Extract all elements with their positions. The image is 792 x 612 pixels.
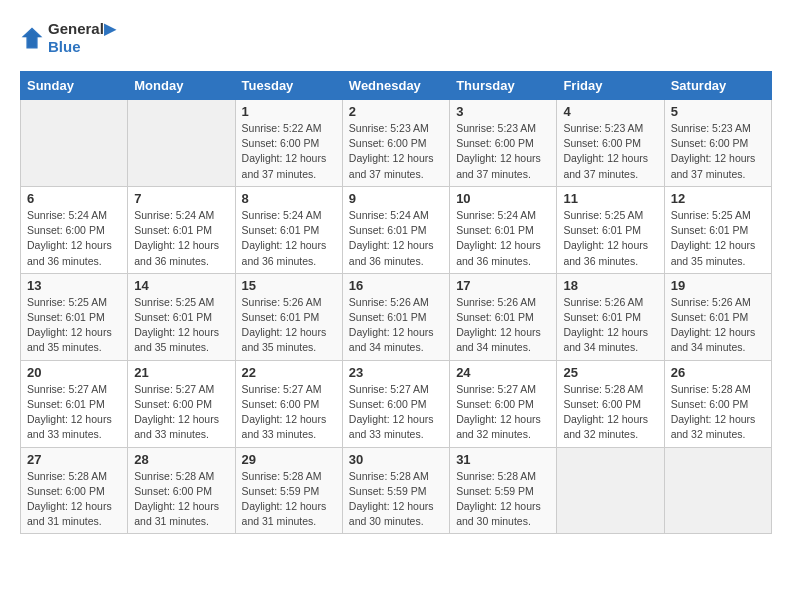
calendar-cell: 1Sunrise: 5:22 AM Sunset: 6:00 PM Daylig…: [235, 100, 342, 187]
calendar-cell: 13Sunrise: 5:25 AM Sunset: 6:01 PM Dayli…: [21, 273, 128, 360]
day-number: 4: [563, 104, 657, 119]
header-day-wednesday: Wednesday: [342, 72, 449, 100]
day-info: Sunrise: 5:24 AM Sunset: 6:01 PM Dayligh…: [242, 208, 336, 269]
day-number: 14: [134, 278, 228, 293]
day-info: Sunrise: 5:25 AM Sunset: 6:01 PM Dayligh…: [134, 295, 228, 356]
calendar-cell: 7Sunrise: 5:24 AM Sunset: 6:01 PM Daylig…: [128, 186, 235, 273]
day-info: Sunrise: 5:28 AM Sunset: 5:59 PM Dayligh…: [349, 469, 443, 530]
calendar-cell: 24Sunrise: 5:27 AM Sunset: 6:00 PM Dayli…: [450, 360, 557, 447]
day-number: 16: [349, 278, 443, 293]
calendar-cell: 5Sunrise: 5:23 AM Sunset: 6:00 PM Daylig…: [664, 100, 771, 187]
day-number: 17: [456, 278, 550, 293]
calendar-cell: 21Sunrise: 5:27 AM Sunset: 6:00 PM Dayli…: [128, 360, 235, 447]
day-info: Sunrise: 5:28 AM Sunset: 6:00 PM Dayligh…: [27, 469, 121, 530]
calendar-cell: 29Sunrise: 5:28 AM Sunset: 5:59 PM Dayli…: [235, 447, 342, 534]
day-info: Sunrise: 5:26 AM Sunset: 6:01 PM Dayligh…: [563, 295, 657, 356]
calendar-cell: 11Sunrise: 5:25 AM Sunset: 6:01 PM Dayli…: [557, 186, 664, 273]
calendar-cell: 31Sunrise: 5:28 AM Sunset: 5:59 PM Dayli…: [450, 447, 557, 534]
calendar-cell: 28Sunrise: 5:28 AM Sunset: 6:00 PM Dayli…: [128, 447, 235, 534]
day-number: 7: [134, 191, 228, 206]
day-number: 24: [456, 365, 550, 380]
day-info: Sunrise: 5:22 AM Sunset: 6:00 PM Dayligh…: [242, 121, 336, 182]
day-info: Sunrise: 5:26 AM Sunset: 6:01 PM Dayligh…: [456, 295, 550, 356]
header-day-sunday: Sunday: [21, 72, 128, 100]
day-number: 9: [349, 191, 443, 206]
day-number: 15: [242, 278, 336, 293]
day-number: 6: [27, 191, 121, 206]
logo: General▶ Blue: [20, 20, 116, 55]
day-info: Sunrise: 5:26 AM Sunset: 6:01 PM Dayligh…: [349, 295, 443, 356]
logo-icon: [20, 26, 44, 50]
week-row-1: 1Sunrise: 5:22 AM Sunset: 6:00 PM Daylig…: [21, 100, 772, 187]
calendar-cell: 27Sunrise: 5:28 AM Sunset: 6:00 PM Dayli…: [21, 447, 128, 534]
calendar-cell: 16Sunrise: 5:26 AM Sunset: 6:01 PM Dayli…: [342, 273, 449, 360]
day-number: 13: [27, 278, 121, 293]
header-day-thursday: Thursday: [450, 72, 557, 100]
calendar-cell: 3Sunrise: 5:23 AM Sunset: 6:00 PM Daylig…: [450, 100, 557, 187]
calendar-cell: 18Sunrise: 5:26 AM Sunset: 6:01 PM Dayli…: [557, 273, 664, 360]
logo-text: General▶ Blue: [48, 20, 116, 55]
calendar-cell: 6Sunrise: 5:24 AM Sunset: 6:00 PM Daylig…: [21, 186, 128, 273]
day-info: Sunrise: 5:27 AM Sunset: 6:00 PM Dayligh…: [242, 382, 336, 443]
day-info: Sunrise: 5:27 AM Sunset: 6:00 PM Dayligh…: [134, 382, 228, 443]
day-number: 22: [242, 365, 336, 380]
day-number: 29: [242, 452, 336, 467]
calendar-cell: 14Sunrise: 5:25 AM Sunset: 6:01 PM Dayli…: [128, 273, 235, 360]
day-number: 1: [242, 104, 336, 119]
day-info: Sunrise: 5:28 AM Sunset: 6:00 PM Dayligh…: [563, 382, 657, 443]
calendar-cell: 20Sunrise: 5:27 AM Sunset: 6:01 PM Dayli…: [21, 360, 128, 447]
day-number: 12: [671, 191, 765, 206]
day-number: 25: [563, 365, 657, 380]
calendar-cell: 17Sunrise: 5:26 AM Sunset: 6:01 PM Dayli…: [450, 273, 557, 360]
day-info: Sunrise: 5:23 AM Sunset: 6:00 PM Dayligh…: [563, 121, 657, 182]
header-day-monday: Monday: [128, 72, 235, 100]
calendar-table: SundayMondayTuesdayWednesdayThursdayFrid…: [20, 71, 772, 534]
day-info: Sunrise: 5:28 AM Sunset: 5:59 PM Dayligh…: [456, 469, 550, 530]
day-number: 2: [349, 104, 443, 119]
calendar-cell: 22Sunrise: 5:27 AM Sunset: 6:00 PM Dayli…: [235, 360, 342, 447]
calendar-cell: 8Sunrise: 5:24 AM Sunset: 6:01 PM Daylig…: [235, 186, 342, 273]
calendar-cell: 12Sunrise: 5:25 AM Sunset: 6:01 PM Dayli…: [664, 186, 771, 273]
calendar-cell: 25Sunrise: 5:28 AM Sunset: 6:00 PM Dayli…: [557, 360, 664, 447]
day-number: 20: [27, 365, 121, 380]
calendar-cell: 4Sunrise: 5:23 AM Sunset: 6:00 PM Daylig…: [557, 100, 664, 187]
day-info: Sunrise: 5:27 AM Sunset: 6:01 PM Dayligh…: [27, 382, 121, 443]
day-number: 8: [242, 191, 336, 206]
day-info: Sunrise: 5:26 AM Sunset: 6:01 PM Dayligh…: [242, 295, 336, 356]
calendar-cell: [664, 447, 771, 534]
day-info: Sunrise: 5:24 AM Sunset: 6:00 PM Dayligh…: [27, 208, 121, 269]
calendar-cell: 23Sunrise: 5:27 AM Sunset: 6:00 PM Dayli…: [342, 360, 449, 447]
calendar-cell: 19Sunrise: 5:26 AM Sunset: 6:01 PM Dayli…: [664, 273, 771, 360]
day-info: Sunrise: 5:25 AM Sunset: 6:01 PM Dayligh…: [27, 295, 121, 356]
day-number: 31: [456, 452, 550, 467]
calendar-cell: 10Sunrise: 5:24 AM Sunset: 6:01 PM Dayli…: [450, 186, 557, 273]
svg-marker-1: [23, 30, 41, 47]
calendar-cell: [557, 447, 664, 534]
calendar-cell: 2Sunrise: 5:23 AM Sunset: 6:00 PM Daylig…: [342, 100, 449, 187]
day-info: Sunrise: 5:25 AM Sunset: 6:01 PM Dayligh…: [563, 208, 657, 269]
day-info: Sunrise: 5:24 AM Sunset: 6:01 PM Dayligh…: [349, 208, 443, 269]
week-row-2: 6Sunrise: 5:24 AM Sunset: 6:00 PM Daylig…: [21, 186, 772, 273]
day-info: Sunrise: 5:27 AM Sunset: 6:00 PM Dayligh…: [456, 382, 550, 443]
week-row-4: 20Sunrise: 5:27 AM Sunset: 6:01 PM Dayli…: [21, 360, 772, 447]
week-row-5: 27Sunrise: 5:28 AM Sunset: 6:00 PM Dayli…: [21, 447, 772, 534]
header-day-tuesday: Tuesday: [235, 72, 342, 100]
day-info: Sunrise: 5:25 AM Sunset: 6:01 PM Dayligh…: [671, 208, 765, 269]
day-info: Sunrise: 5:23 AM Sunset: 6:00 PM Dayligh…: [671, 121, 765, 182]
day-number: 30: [349, 452, 443, 467]
day-number: 10: [456, 191, 550, 206]
day-number: 26: [671, 365, 765, 380]
calendar-cell: 26Sunrise: 5:28 AM Sunset: 6:00 PM Dayli…: [664, 360, 771, 447]
day-number: 5: [671, 104, 765, 119]
day-number: 23: [349, 365, 443, 380]
week-row-3: 13Sunrise: 5:25 AM Sunset: 6:01 PM Dayli…: [21, 273, 772, 360]
calendar-cell: 30Sunrise: 5:28 AM Sunset: 5:59 PM Dayli…: [342, 447, 449, 534]
day-info: Sunrise: 5:28 AM Sunset: 5:59 PM Dayligh…: [242, 469, 336, 530]
day-info: Sunrise: 5:28 AM Sunset: 6:00 PM Dayligh…: [134, 469, 228, 530]
day-info: Sunrise: 5:24 AM Sunset: 6:01 PM Dayligh…: [134, 208, 228, 269]
day-number: 28: [134, 452, 228, 467]
day-number: 19: [671, 278, 765, 293]
day-number: 11: [563, 191, 657, 206]
calendar-cell: 9Sunrise: 5:24 AM Sunset: 6:01 PM Daylig…: [342, 186, 449, 273]
calendar-cell: [128, 100, 235, 187]
